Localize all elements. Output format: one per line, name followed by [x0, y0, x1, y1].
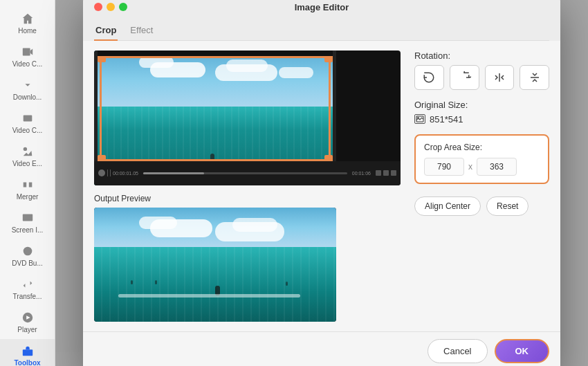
ctrl2[interactable]: [383, 170, 389, 176]
video-timeline: 00:00:01.05 00:01:06: [94, 161, 401, 185]
timeline-bar[interactable]: [143, 172, 347, 174]
svg-rect-3: [22, 214, 32, 221]
right-panel: Rotation:: [414, 51, 549, 322]
image-size-icon: [414, 114, 425, 124]
dialog-body: 00:00:01.05 00:01:06: [83, 41, 560, 331]
x-separator: x: [468, 162, 472, 172]
close-button[interactable]: [94, 3, 102, 11]
sidebar-item-dvd[interactable]: DVD Bu...: [0, 239, 55, 273]
sidebar-item-toolbox[interactable]: Toolbox: [0, 339, 55, 366]
sidebar-label-dvd: DVD Bu...: [12, 259, 42, 267]
tab-effect[interactable]: Effect: [129, 21, 154, 41]
traffic-lights: [94, 3, 127, 11]
sidebar-item-home[interactable]: Home: [0, 7, 55, 40]
cancel-button[interactable]: Cancel: [428, 339, 487, 363]
rotation-row: [414, 65, 549, 90]
divider: [107, 170, 108, 176]
sidebar-item-transfer[interactable]: Transfe...: [0, 273, 55, 306]
sidebar-item-merger[interactable]: Merger: [0, 173, 55, 206]
flip-horizontal-button[interactable]: [485, 65, 515, 90]
time-current: 00:00:01.05: [113, 171, 138, 176]
video-editor: 00:00:01.05 00:01:06: [94, 51, 401, 185]
sidebar-label-home: Home: [18, 27, 37, 35]
title-row: Image Editor: [94, 2, 549, 12]
preview-water: [94, 247, 336, 321]
sidebar-label-screen: Screen I...: [12, 226, 44, 234]
main-area: aits withand t formatt device. Image Edi…: [55, 0, 588, 366]
svg-rect-8: [27, 351, 28, 354]
ctrl1[interactable]: [376, 170, 381, 176]
sidebar-item-player[interactable]: Player: [0, 306, 55, 339]
svg-point-12: [418, 118, 419, 119]
left-panel: 00:00:01.05 00:01:06: [94, 51, 401, 322]
video-dark-top: [94, 51, 336, 56]
sidebar-item-video-convert[interactable]: Video C...: [0, 40, 55, 73]
divider2: [110, 170, 111, 176]
sidebar-label-vc: Video C...: [12, 60, 43, 68]
output-preview-section: Output Preview: [94, 194, 401, 322]
sidebar-item-video-edit[interactable]: Video E...: [0, 140, 55, 173]
cloud-layer: [107, 57, 324, 108]
dialog-overlay: Image Editor Crop Effect: [55, 0, 588, 366]
sidebar-label-dl: Downlo...: [13, 93, 42, 101]
original-size-value: 851*541: [430, 114, 463, 125]
ctrl3[interactable]: [391, 170, 396, 176]
svg-rect-0: [22, 48, 30, 56]
flip-vertical-button[interactable]: [520, 65, 549, 90]
dialog-titlebar: Image Editor Crop Effect: [83, 0, 560, 41]
tab-crop[interactable]: Crop: [94, 21, 118, 41]
sidebar-label-vcomp: Video C...: [12, 127, 43, 134]
reset-button[interactable]: Reset: [486, 196, 529, 216]
crop-width-input[interactable]: [424, 158, 464, 176]
sidebar-label-player: Player: [17, 326, 37, 333]
dialog-title: Image Editor: [295, 2, 349, 12]
svg-rect-1: [23, 116, 32, 122]
sidebar-item-video-compress[interactable]: Video C...: [0, 107, 55, 140]
rotation-section: Rotation:: [414, 51, 549, 90]
image-editor-dialog: Image Editor Crop Effect: [83, 0, 560, 366]
right-controls: [376, 170, 396, 176]
svg-point-2: [23, 147, 26, 151]
minimize-button[interactable]: [107, 3, 115, 11]
crop-area-box: Crop Area Size: x: [414, 134, 549, 184]
align-center-button[interactable]: Align Center: [414, 196, 481, 216]
output-preview-frame: [94, 208, 336, 322]
sidebar-label-transfer: Transfe...: [13, 293, 42, 300]
preview-clouds: [107, 217, 324, 248]
original-size-row: 851*541: [414, 114, 549, 125]
crop-inputs: x: [424, 158, 540, 176]
rotation-label: Rotation:: [414, 51, 549, 61]
action-buttons: Align Center Reset: [414, 196, 549, 216]
sidebar-label-merger: Merger: [17, 193, 39, 201]
rotate-ccw-button[interactable]: [414, 65, 444, 90]
crop-area-label: Crop Area Size:: [424, 143, 540, 152]
output-preview-label: Output Preview: [94, 194, 401, 203]
play-button[interactable]: [98, 170, 105, 176]
sidebar-item-screen[interactable]: Screen I...: [0, 206, 55, 239]
sidebar-label-toolbox: Toolbox: [14, 359, 40, 366]
original-size-label: Original Size:: [414, 100, 549, 110]
sidebar-item-download[interactable]: Downlo...: [0, 73, 55, 107]
original-size-section: Original Size: 851*541: [414, 100, 549, 125]
tab-bar: Crop Effect: [94, 21, 549, 41]
maximize-button[interactable]: [119, 3, 127, 11]
timeline-progress: [143, 172, 204, 174]
sidebar: Home Video C... Downlo... Video C... Vid…: [0, 0, 55, 366]
ok-button[interactable]: OK: [495, 339, 550, 363]
dialog-footer: Cancel OK: [83, 331, 560, 367]
crop-height-input[interactable]: [477, 158, 517, 176]
sidebar-label-vedit: Video E...: [12, 160, 42, 167]
rotate-cw-button[interactable]: [450, 65, 479, 90]
svg-point-5: [26, 250, 29, 253]
time-total: 00:01:06: [352, 171, 371, 176]
